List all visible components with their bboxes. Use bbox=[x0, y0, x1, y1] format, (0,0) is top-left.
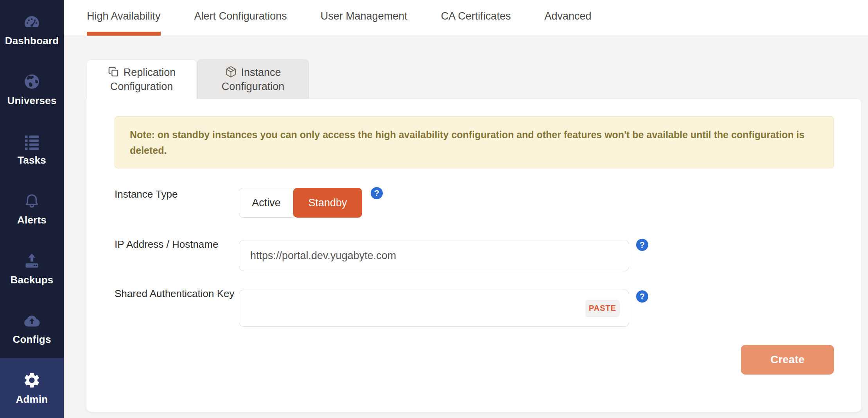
cloud-upload-icon bbox=[23, 311, 41, 330]
instance-type-help-icon[interactable]: ? bbox=[371, 187, 383, 199]
subtab-bar: Replication Configuration Instance Confi… bbox=[86, 59, 861, 99]
subtab-label: Replication Configuration bbox=[110, 67, 176, 92]
sidebar-item-label: Tasks bbox=[18, 154, 46, 166]
shared-key-input[interactable] bbox=[239, 290, 629, 327]
sidebar-item-universes[interactable]: Universes bbox=[0, 60, 64, 120]
tab-label: CA Certificates bbox=[441, 10, 511, 22]
sidebar-item-label: Configs bbox=[13, 333, 51, 346]
subtab-instance-configuration[interactable]: Instance Configuration bbox=[197, 59, 309, 99]
bell-icon bbox=[23, 192, 41, 211]
sidebar-item-label: Universes bbox=[7, 95, 56, 107]
standby-note-banner: Note: on standby instances you can only … bbox=[115, 116, 834, 168]
ip-address-field-wrap bbox=[239, 240, 629, 271]
dashboard-gauge-icon bbox=[23, 13, 41, 31]
admin-tab-bar: High Availability Alert Configurations U… bbox=[64, 0, 868, 36]
sidebar-item-label: Admin bbox=[16, 393, 48, 405]
ip-address-help-icon[interactable]: ? bbox=[636, 239, 648, 251]
sidebar-item-label: Backups bbox=[11, 274, 54, 286]
ip-address-label: IP Address / Hostname bbox=[115, 237, 236, 252]
instance-type-label: Instance Type bbox=[115, 187, 236, 202]
ip-address-input[interactable] bbox=[239, 240, 629, 271]
globe-icon bbox=[23, 72, 41, 91]
tab-label: Advanced bbox=[544, 10, 591, 22]
tab-user-management[interactable]: User Management bbox=[321, 0, 407, 36]
tab-advanced[interactable]: Advanced bbox=[544, 0, 591, 36]
tab-ca-certificates[interactable]: CA Certificates bbox=[441, 0, 511, 36]
shared-key-label: Shared Authentication Key bbox=[115, 286, 236, 301]
tab-label: High Availability bbox=[87, 10, 161, 22]
sidebar-item-label: Dashboard bbox=[5, 35, 59, 47]
upload-drive-icon bbox=[23, 252, 41, 270]
high-availability-card: Replication Configuration Instance Confi… bbox=[86, 59, 861, 412]
note-text: Note: on standby instances you can only … bbox=[130, 129, 805, 156]
sidebar-item-admin[interactable]: Admin bbox=[0, 358, 64, 418]
tab-alert-configurations[interactable]: Alert Configurations bbox=[194, 0, 287, 36]
sidebar-item-dashboard[interactable]: Dashboard bbox=[0, 0, 64, 60]
shared-key-help-icon[interactable]: ? bbox=[636, 290, 648, 303]
task-list-icon bbox=[23, 132, 41, 151]
tab-high-availability[interactable]: High Availability bbox=[87, 0, 161, 36]
instance-type-option-standby[interactable]: Standby bbox=[293, 188, 362, 218]
cube-icon bbox=[225, 66, 237, 78]
gear-icon bbox=[23, 371, 41, 390]
shared-key-field-wrap: PASTE bbox=[239, 290, 629, 327]
instance-type-toggle: Active Standby bbox=[239, 188, 362, 218]
copy-icon bbox=[108, 66, 120, 78]
instance-type-option-active[interactable]: Active bbox=[239, 188, 294, 218]
sidebar: Dashboard Universes bbox=[0, 0, 64, 418]
sidebar-item-backups[interactable]: Backups bbox=[0, 239, 64, 299]
paste-button[interactable]: PASTE bbox=[585, 300, 620, 317]
tab-label: User Management bbox=[321, 10, 407, 22]
sidebar-item-label: Alerts bbox=[17, 214, 47, 226]
sidebar-item-tasks[interactable]: Tasks bbox=[0, 119, 64, 179]
replication-configuration-panel: Note: on standby instances you can only … bbox=[86, 99, 861, 412]
create-button[interactable]: Create bbox=[741, 345, 834, 375]
active-tab-underline bbox=[87, 32, 161, 36]
sidebar-item-alerts[interactable]: Alerts bbox=[0, 179, 64, 239]
tab-label: Alert Configurations bbox=[194, 10, 287, 22]
subtab-replication-configuration[interactable]: Replication Configuration bbox=[86, 59, 197, 99]
content-area: Replication Configuration Instance Confi… bbox=[64, 36, 868, 418]
sidebar-item-configs[interactable]: Configs bbox=[0, 299, 64, 359]
